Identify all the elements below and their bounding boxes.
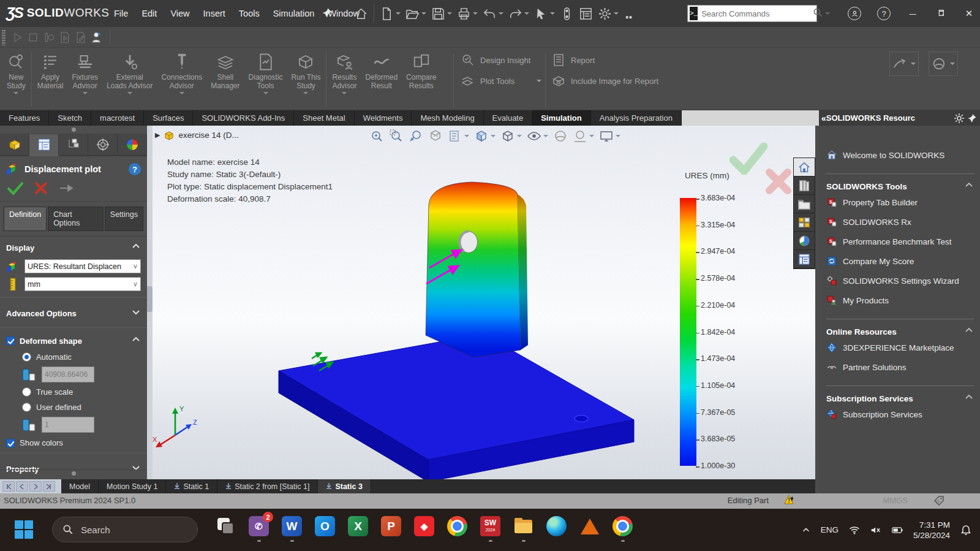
pin-menu-icon[interactable] [321,7,333,21]
select-icon[interactable] [532,5,557,23]
panel-splitter[interactable] [147,126,153,479]
fixtures-advisor-button[interactable]: FixturesAdvisor [67,49,102,109]
section-collapse-chevron[interactable] [964,325,974,338]
true-scale-radio[interactable] [22,387,31,397]
taskpane-item-property-tab-builder[interactable]: SProperty Tab Builder [826,192,974,212]
view-palette-icon[interactable] [794,213,815,232]
menu-insert[interactable]: Insert [197,0,232,27]
tab-features[interactable]: Features [0,110,49,126]
sketch-shortcut-box[interactable] [889,51,919,76]
properties-icon[interactable] [577,5,595,23]
deformed-shape-checkbox[interactable] [6,336,15,345]
start-button[interactable] [15,520,33,539]
user-macro-icon[interactable] [89,30,105,45]
prev-tab-button[interactable] [16,481,28,492]
run-this-study-button[interactable]: Run ThisStudy [287,49,325,109]
taskpane-collapse-chevron[interactable]: « [821,113,825,123]
confirm-cancel-overlay-icon[interactable] [764,167,793,198]
tab-solidworks-add-ins[interactable]: SOLIDWORKS Add-Ins [193,110,294,126]
taskpane-item-performance-benchmark-test[interactable]: SPerformance Benchmark Test [826,232,974,251]
file-explorer-icon[interactable] [794,195,815,213]
toolbar-drag-handle[interactable] [2,29,6,45]
new-document-icon[interactable] [378,5,402,23]
configurationmanager-tab[interactable] [59,134,88,155]
section-view-icon[interactable] [427,127,444,145]
automatic-radio[interactable] [22,352,31,362]
include-image-for-report-button[interactable]: Include Image for Report [551,74,658,88]
last-tab-button[interactable] [43,481,55,492]
search-commands-box[interactable]: >_ [687,5,817,22]
hide-show-icon[interactable] [526,127,549,145]
section-collapse-chevron[interactable] [964,392,974,405]
save-icon[interactable] [429,5,454,23]
notifications-bell-icon[interactable] [960,525,971,536]
redo-icon[interactable] [507,5,531,23]
taskpane-home-icon[interactable] [794,158,815,177]
matlab-icon[interactable] [579,516,600,536]
account-icon[interactable] [848,7,861,20]
taskpane-pin-icon[interactable] [967,113,978,124]
shell-manager-button[interactable]: ShellManager [206,49,244,109]
diagnostic-tools-button[interactable]: DiagnosticTools [244,49,287,109]
taskpane-item-welcome-to-solidworks[interactable]: Welcome to SOLIDWORKS [826,145,974,165]
study-tab-model[interactable]: Model [61,479,99,493]
rebuild-warning-icon[interactable]: ! [784,495,796,507]
wifi-icon[interactable] [849,525,860,536]
cancel-x-icon[interactable] [34,181,48,195]
subtab-definition[interactable]: Definition [4,207,47,231]
taskpane-item-compare-my-score[interactable]: Compare My Score [826,251,974,271]
appearances-icon[interactable] [794,232,815,250]
study-tab-static-1[interactable]: Static 1 [166,479,217,493]
study-tab-static-3[interactable]: Static 3 [318,479,371,493]
advanced-expand-chevron[interactable] [131,307,141,319]
taskpane-item-my-products[interactable]: My Products [826,291,974,310]
search-commands-input[interactable] [698,9,813,18]
tab-evaluate[interactable]: Evaluate [484,110,533,126]
tab-sheet-metal[interactable]: Sheet Metal [294,110,354,126]
result-component-dropdown[interactable]: URES: Resultant Displacen ∨ [24,259,141,273]
section-collapse-chevron[interactable] [964,180,974,192]
design-library-icon[interactable] [794,177,815,195]
menu-simulation[interactable]: Simulation [266,0,322,27]
close-button[interactable]: ✕ [963,8,975,19]
displaymanager-tab[interactable] [118,134,147,155]
toggle-icon[interactable] [558,5,576,23]
battery-icon[interactable] [892,525,903,536]
home-icon[interactable] [352,5,370,23]
mini-icon[interactable] [622,5,639,23]
tab-mesh-modeling[interactable]: Mesh Modeling [412,110,483,126]
view-settings-icon[interactable] [598,127,622,145]
powerpoint-icon[interactable]: P [381,516,401,536]
subtab-settings[interactable]: Settings [105,207,143,231]
search-dropdown-caret[interactable] [825,12,830,15]
pause-macro-icon[interactable] [41,30,57,45]
apply-material-button[interactable]: ApplyMaterial [33,49,68,109]
open-icon[interactable] [404,5,428,23]
tab-weldments[interactable]: Weldments [355,110,412,126]
chrome-icon[interactable] [447,516,467,536]
minimize-button[interactable]: ─ [907,9,919,19]
display-collapse-chevron[interactable] [131,241,141,254]
menu-edit[interactable]: Edit [135,0,164,27]
new-study-button[interactable]: NewStudy [2,49,30,109]
custom-properties-icon[interactable] [794,250,815,268]
taskpane-item-3dexperience-marketplace[interactable]: 3DEXPERIENCE Marketplace [826,338,974,357]
appearance-shortcut-box[interactable] [929,51,958,76]
show-colors-checkbox[interactable] [6,439,15,447]
language-indicator[interactable]: ENG [821,525,839,534]
results-advisor-button[interactable]: ResultsAdvisor [328,49,361,109]
study-tab-motion-study-1[interactable]: Motion Study 1 [99,479,166,493]
stop-macro-icon[interactable] [25,30,41,45]
deformed-collapse-chevron[interactable] [131,335,141,347]
run-macro-icon[interactable] [57,30,73,45]
feature-tree-flyout[interactable]: ▶ exercise 14 (D... [155,129,239,140]
first-tab-button[interactable] [2,481,15,492]
automatic-scale-input[interactable] [42,367,94,382]
edge-icon[interactable] [546,516,567,536]
word-icon[interactable]: W [282,516,302,536]
tab-surfaces[interactable]: Surfaces [144,110,193,126]
ok-check-icon[interactable] [7,181,23,195]
taskpane-item-partner-solutions[interactable]: Partner Solutions [826,357,974,377]
clock[interactable]: 7:31 PM 5/28/2024 [913,520,950,541]
help-icon[interactable]: ? [877,7,891,20]
